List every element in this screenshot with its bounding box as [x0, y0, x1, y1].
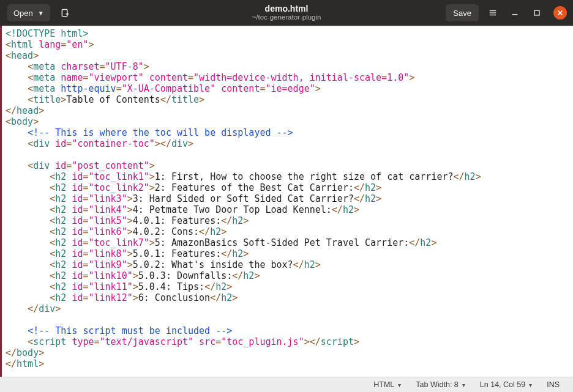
new-tab-button[interactable]	[56, 4, 75, 21]
maximize-button[interactable]	[529, 5, 545, 21]
close-icon	[557, 10, 563, 16]
tab-width-label: Tab Width: 8	[416, 380, 458, 389]
new-doc-icon	[61, 9, 70, 18]
minimize-icon	[511, 9, 519, 17]
open-button-label: Open	[13, 9, 33, 18]
insert-mode[interactable]: INS	[539, 377, 567, 392]
language-label: HTML	[373, 380, 394, 389]
window-filepath: ~/toc-generator-plugin	[252, 13, 321, 21]
title-center: demo.html ~/toc-generator-plugin	[252, 4, 321, 21]
svg-rect-0	[62, 9, 67, 16]
cursor-label: Ln 14, Col 59	[480, 380, 525, 389]
maximize-icon	[533, 9, 541, 17]
save-button[interactable]: Save	[446, 4, 479, 21]
status-bar: HTML Tab Width: 8 Ln 14, Col 59 INS	[0, 377, 573, 392]
cursor-position[interactable]: Ln 14, Col 59	[473, 377, 539, 392]
svg-rect-7	[534, 10, 539, 15]
language-selector[interactable]: HTML	[366, 377, 408, 392]
titlebar: Open ▼ demo.html ~/toc-generator-plugin …	[0, 0, 573, 26]
hamburger-icon	[489, 9, 497, 17]
insert-mode-label: INS	[547, 380, 560, 389]
save-button-label: Save	[453, 9, 471, 18]
minimize-button[interactable]	[507, 5, 523, 21]
hamburger-menu-button[interactable]	[485, 5, 501, 21]
code-content[interactable]: <!DOCTYPE html> <html lang="en"> <head> …	[6, 28, 569, 369]
window-filename: demo.html	[252, 4, 321, 13]
chevron-down-icon: ▼	[38, 10, 44, 17]
editor-area[interactable]: <!DOCTYPE html> <html lang="en"> <head> …	[0, 26, 573, 377]
tab-width-selector[interactable]: Tab Width: 8	[408, 377, 472, 392]
open-button[interactable]: Open ▼	[7, 4, 50, 21]
close-button[interactable]	[553, 6, 567, 20]
